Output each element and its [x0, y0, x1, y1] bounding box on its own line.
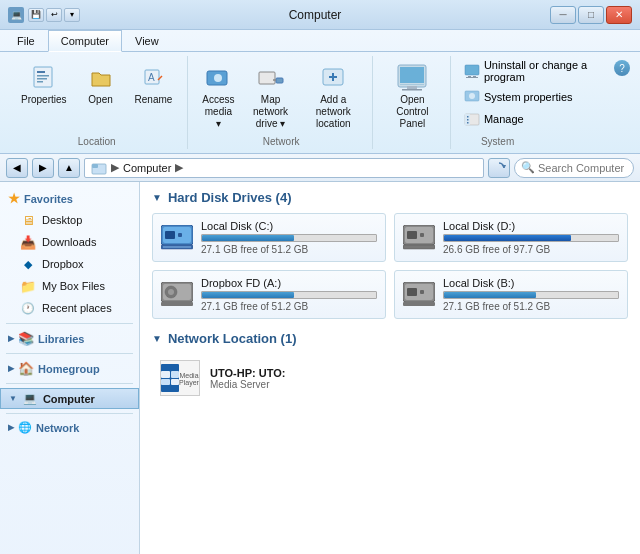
back-button[interactable]: ◀: [6, 158, 28, 178]
search-box[interactable]: 🔍: [514, 158, 634, 178]
properties-icon: [28, 62, 60, 94]
minimize-button[interactable]: ─: [550, 6, 576, 24]
drive-b[interactable]: Local Disk (B:) 27.1 GB free of 51.2 GB: [394, 270, 628, 319]
sidebar-network-header[interactable]: ▶ 🌐 Network: [0, 418, 139, 437]
search-icon: 🔍: [521, 161, 535, 174]
sidebar-section-homegroup: ▶ 🏠 Homegroup: [0, 358, 139, 379]
refresh-button[interactable]: [488, 158, 510, 178]
uninstall-icon: [464, 63, 480, 79]
drives-grid: Local Disk (C:) 27.1 GB free of 51.2 GB: [152, 213, 628, 319]
map-network-button[interactable]: Map networkdrive ▾: [242, 58, 298, 134]
map-network-icon: [255, 62, 287, 94]
svg-rect-29: [467, 116, 469, 118]
drive-c-info: Local Disk (C:) 27.1 GB free of 51.2 GB: [201, 220, 377, 255]
sidebar-section-libraries: ▶ 📚 Libraries: [0, 328, 139, 349]
quick-dropdown-btn[interactable]: ▾: [64, 8, 80, 22]
svg-rect-33: [92, 164, 98, 168]
homegroup-label: Homegroup: [38, 363, 100, 375]
drive-c[interactable]: Local Disk (C:) 27.1 GB free of 51.2 GB: [152, 213, 386, 262]
drive-d[interactable]: Local Disk (D:) 26.6 GB free of 97.7 GB: [394, 213, 628, 262]
sidebar-item-dropbox[interactable]: ◆ Dropbox: [0, 253, 139, 275]
sidebar-item-downloads[interactable]: 📥 Downloads: [0, 231, 139, 253]
content-area: ▼ Hard Disk Drives (4) Local Disk: [140, 182, 640, 554]
drive-b-icon: [403, 279, 435, 311]
address-bar: ◀ ▶ ▲ ▶ Computer ▶ 🔍: [0, 154, 640, 182]
network-group-label: Network: [263, 136, 300, 147]
svg-rect-44: [403, 245, 435, 249]
sidebar-homegroup-header[interactable]: ▶ 🏠 Homegroup: [0, 358, 139, 379]
close-button[interactable]: ✕: [606, 6, 632, 24]
quick-save-btn[interactable]: 💾: [28, 8, 44, 22]
libraries-icon: 📚: [18, 331, 34, 346]
sidebar-libraries-header[interactable]: ▶ 📚 Libraries: [0, 328, 139, 349]
libraries-label: Libraries: [38, 333, 84, 345]
sidebar-section-favorites: ★ Favorites 🖥 Desktop 📥 Downloads ◆ Drop…: [0, 188, 139, 319]
network-uto[interactable]: Media Player UTO-HP: UTO: Media Server: [152, 354, 628, 402]
sidebar-computer-header[interactable]: ▼ 💻 Computer: [0, 388, 139, 409]
drive-c-bar-container: [201, 234, 377, 242]
drive-a[interactable]: Dropbox FD (A:) 27.1 GB free of 51.2 GB: [152, 270, 386, 319]
drive-d-icon: [403, 222, 435, 254]
sidebar-item-recent[interactable]: 🕐 Recent places: [0, 297, 139, 319]
rename-button[interactable]: A Rename: [128, 58, 180, 110]
open-control-panel-button[interactable]: Open ControlPanel: [383, 58, 442, 134]
ribbon-network-items: Accessmedia ▾ Map networkdrive ▾: [198, 58, 364, 134]
open-label: Open: [88, 94, 112, 106]
properties-button[interactable]: Properties: [14, 58, 74, 110]
drive-a-name: Dropbox FD (A:): [201, 277, 377, 289]
sidebar-favorites-header[interactable]: ★ Favorites: [0, 188, 139, 209]
forward-button[interactable]: ▶: [32, 158, 54, 178]
homegroup-icon: 🏠: [18, 361, 34, 376]
sidebar: ★ Favorites 🖥 Desktop 📥 Downloads ◆ Drop…: [0, 182, 140, 554]
access-media-button[interactable]: Accessmedia ▾: [198, 58, 238, 134]
tab-file[interactable]: File: [4, 30, 48, 51]
drive-d-free: 26.6 GB free of 97.7 GB: [443, 244, 619, 255]
drive-d-name: Local Disk (D:): [443, 220, 619, 232]
drive-d-bar: [444, 235, 571, 241]
title-bar: 💻 💾 ↩ ▾ Computer ─ □ ✕: [0, 0, 640, 30]
drive-a-bar: [202, 292, 294, 298]
uninstall-button[interactable]: Uninstall or change a program: [461, 58, 600, 84]
dropbox-icon: ◆: [20, 256, 36, 272]
sidebar-divider-4: [6, 413, 133, 414]
quick-undo-btn[interactable]: ↩: [46, 8, 62, 22]
tab-computer[interactable]: Computer: [48, 30, 122, 52]
ribbon-group-control-panel: Open ControlPanel: [375, 56, 451, 149]
ribbon-group-network: Accessmedia ▾ Map networkdrive ▾: [190, 56, 373, 149]
network-section-header: ▼ Network Location (1): [152, 331, 628, 346]
svg-point-26: [469, 93, 475, 99]
libraries-arrow: ▶: [8, 334, 14, 343]
drive-d-bar-container: [443, 234, 619, 242]
svg-rect-18: [400, 84, 424, 85]
open-button[interactable]: Open: [78, 58, 124, 110]
tab-view[interactable]: View: [122, 30, 172, 51]
favorites-label: Favorites: [24, 193, 73, 205]
maximize-button[interactable]: □: [578, 6, 604, 24]
desktop-label: Desktop: [42, 214, 82, 226]
sidebar-item-desktop[interactable]: 🖥 Desktop: [0, 209, 139, 231]
path-computer: Computer: [123, 162, 171, 174]
network-uto-info: UTO-HP: UTO: Media Server: [210, 367, 285, 390]
address-path[interactable]: ▶ Computer ▶: [84, 158, 484, 178]
sidebar-divider-3: [6, 383, 133, 384]
sidebar-item-mybox[interactable]: 📁 My Box Files: [0, 275, 139, 297]
manage-button[interactable]: Manage: [461, 110, 527, 128]
add-network-button[interactable]: Add a networklocation: [303, 58, 364, 134]
add-network-label: Add a networklocation: [310, 94, 357, 130]
drive-b-bar-container: [443, 291, 619, 299]
drive-b-free: 27.1 GB free of 51.2 GB: [443, 301, 619, 312]
computer-arrow: ▼: [9, 394, 17, 403]
svg-rect-42: [407, 231, 417, 239]
svg-rect-1: [37, 71, 45, 73]
drive-a-free: 27.1 GB free of 51.2 GB: [201, 301, 377, 312]
network-uto-name: UTO-HP: UTO:: [210, 367, 285, 379]
search-input[interactable]: [538, 162, 628, 174]
ribbon-tabs: File Computer View: [0, 30, 640, 52]
access-media-icon: [202, 62, 234, 94]
drive-a-icon: [161, 279, 193, 311]
up-button[interactable]: ▲: [58, 158, 80, 178]
sidebar-section-computer: ▼ 💻 Computer: [0, 388, 139, 409]
system-props-button[interactable]: System properties: [461, 88, 576, 106]
title-bar-app-icon: 💻: [8, 7, 24, 23]
help-button[interactable]: ?: [614, 60, 630, 76]
